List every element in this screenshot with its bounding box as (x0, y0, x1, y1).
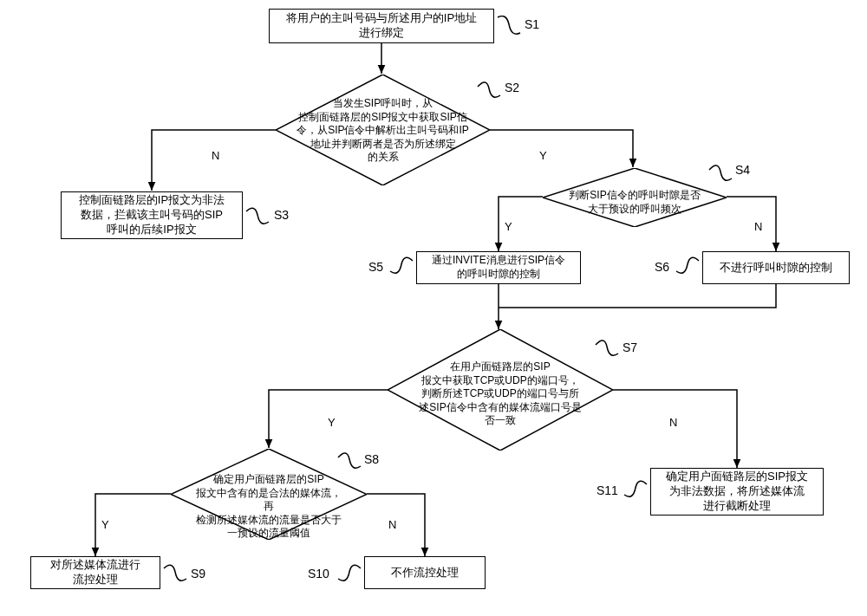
node-s10-text: 不作流控处理 (391, 566, 459, 580)
squiggle-s5 (388, 256, 414, 282)
squiggle-s10 (336, 563, 362, 589)
step-label-s5: S5 (368, 260, 383, 274)
node-s4-text: 判断SIP信令的呼叫时隙是否 大于预设的呼叫频次 (560, 182, 709, 223)
node-s11-text: 确定用户面链路层的SIP报文 为非法数据，将所述媒体流 进行截断处理 (666, 470, 808, 514)
edge-s2-n: N (212, 149, 219, 162)
step-label-s2: S2 (505, 81, 519, 94)
node-s10: 不作流控处理 (364, 556, 486, 589)
node-s3: 控制面链路层的IP报文为非法 数据，拦截该主叫号码的SIP 呼叫的后续IP报文 (61, 191, 243, 239)
squiggle-s1 (496, 16, 522, 42)
step-label-s4: S4 (735, 163, 750, 177)
squiggle-s9 (162, 563, 188, 589)
edge-s7-y: Y (328, 416, 336, 429)
node-s1-text: 将用户的主叫号码与所述用户的IP地址 进行绑定 (286, 11, 477, 41)
edge-s7-n: N (669, 416, 677, 429)
step-label-s10: S10 (308, 567, 329, 580)
step-label-s8: S8 (364, 452, 379, 466)
edge-s8-n: N (388, 518, 396, 531)
step-label-s6: S6 (655, 260, 669, 274)
squiggle-s11 (623, 479, 649, 505)
node-s7: 在用户面链路层的SIP 报文中获取TCP或UDP的端口号， 判断所述TCP或UD… (388, 329, 613, 451)
node-s7-text: 在用户面链路层的SIP 报文中获取TCP或UDP的端口号， 判断所述TCP或UD… (408, 353, 592, 435)
node-s6-text: 不进行呼叫时隙的控制 (720, 261, 832, 276)
squiggle-s8 (336, 451, 362, 477)
node-s4: 判断SIP信令的呼叫时隙是否 大于预设的呼叫频次 (543, 168, 727, 227)
node-s5-text: 通过INVITE消息进行SIP信令 的呼叫时隙的控制 (432, 254, 565, 281)
node-s2: 当发生SIP呼叫时，从 控制面链路层的SIP报文中获取SIP信 令，从SIP信令… (276, 75, 490, 185)
squiggle-s3 (244, 206, 271, 232)
squiggle-s2 (476, 80, 502, 106)
node-s2-text: 当发生SIP呼叫时，从 控制面链路层的SIP报文中获取SIP信 令，从SIP信令… (284, 90, 481, 172)
node-s1: 将用户的主叫号码与所述用户的IP地址 进行绑定 (269, 9, 494, 43)
step-label-s9: S9 (191, 567, 205, 580)
node-s9-text: 对所述媒体流进行 流控处理 (50, 558, 140, 587)
node-s5: 通过INVITE消息进行SIP信令 的呼叫时隙的控制 (416, 251, 581, 284)
node-s9: 对所述媒体流进行 流控处理 (30, 556, 160, 589)
squiggle-s6 (675, 256, 701, 282)
node-s8-text: 确定用户面链路层的SIP 报文中含有的是合法的媒体流，再 检测所述媒体流的流量是… (185, 466, 353, 548)
squiggle-s4 (707, 163, 733, 189)
node-s3-text: 控制面链路层的IP报文为非法 数据，拦截该主叫号码的SIP 呼叫的后续IP报文 (79, 193, 225, 237)
node-s11: 确定用户面链路层的SIP报文 为非法数据，将所述媒体流 进行截断处理 (650, 468, 824, 515)
step-label-s11: S11 (596, 483, 618, 497)
edge-s4-n: N (754, 220, 762, 233)
squiggle-s7 (594, 338, 620, 364)
step-label-s3: S3 (274, 208, 289, 222)
edge-s8-y: Y (101, 518, 109, 531)
step-label-s1: S1 (525, 17, 539, 31)
edge-s4-y: Y (505, 220, 512, 233)
node-s6: 不进行呼叫时隙的控制 (702, 251, 850, 284)
edge-s2-y: Y (539, 149, 547, 162)
step-label-s7: S7 (623, 340, 637, 354)
